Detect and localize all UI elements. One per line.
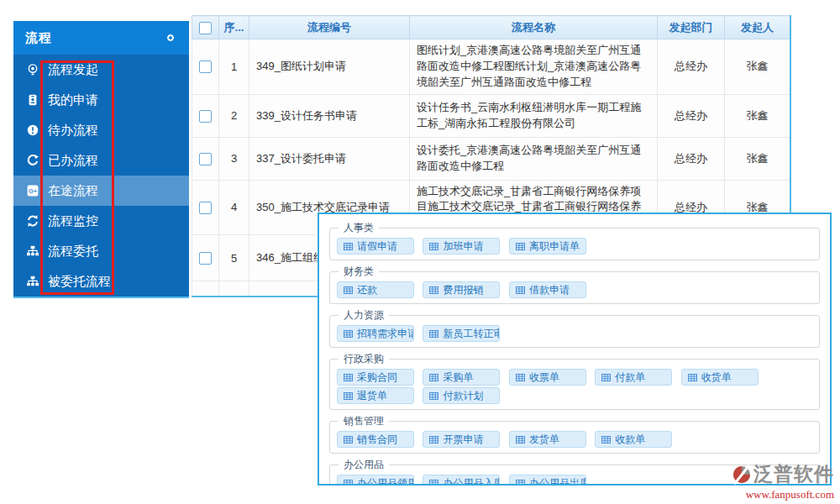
table-row: 3 337_设计委托申请 设计委托_京港澳高速公路粤境韶关至广州互通路面改造中修…: [192, 137, 790, 180]
vendor-logo: 泛普软件 www.fanpusoft.com: [732, 461, 834, 501]
table-icon: [429, 330, 438, 338]
template-button-label: 采购单: [443, 370, 473, 385]
table-icon: [429, 286, 438, 294]
template-button[interactable]: 发货单: [509, 431, 586, 448]
sidebar-item-label: 流程发起: [48, 62, 98, 78]
group-title: 办公用品: [339, 458, 389, 472]
template-button[interactable]: 加班申请: [423, 238, 500, 255]
group-personnel: 人事类 请假申请 加班申请 离职申请单: [329, 221, 820, 260]
sidebar-item-process-start[interactable]: 流程发起: [13, 55, 189, 85]
template-button[interactable]: 办公用品入库: [423, 475, 500, 486]
template-button-label: 开票申请: [443, 433, 483, 447]
template-button-label: 收货单: [701, 370, 732, 385]
sitemap-icon: [25, 244, 39, 258]
template-button-label: 收款单: [615, 433, 645, 447]
cell-code: 337_设计委托申请: [249, 137, 410, 180]
template-button[interactable]: 销售合同: [337, 431, 414, 448]
select-all-checkbox[interactable]: [199, 22, 212, 34]
sidebar-item-done-processes[interactable]: 已办流程: [13, 145, 189, 176]
template-button-label: 新员工转正审批: [443, 327, 500, 341]
cell-code: 349_图纸计划申请: [249, 39, 410, 95]
template-button-label: 办公用品入库: [443, 476, 500, 486]
header-dept: 发起部门: [658, 16, 725, 39]
cell-name: 设计委托_京港澳高速公路粤境韶关至广州互通路面改造中修工程: [410, 137, 658, 180]
row-checkbox[interactable]: [199, 202, 212, 214]
sidebar-item-my-applications[interactable]: 我的申请: [13, 85, 189, 115]
table-icon: [688, 374, 697, 381]
template-button-label: 付款单: [615, 370, 645, 385]
table-icon: [601, 374, 611, 381]
template-button-label: 招聘需求申请: [357, 327, 414, 341]
template-button[interactable]: 采购单: [423, 369, 500, 386]
table-icon: [516, 436, 525, 444]
table-icon: [344, 392, 353, 400]
sidebar-item-in-transit-processes[interactable]: G+ 在途流程: [13, 176, 189, 206]
table-icon: [344, 286, 353, 294]
group-title: 财务类: [339, 265, 379, 279]
table-icon: [429, 243, 438, 250]
sidebar-item-label: 我的申请: [48, 92, 98, 108]
table-icon: [601, 436, 611, 444]
template-button[interactable]: 开票申请: [423, 431, 500, 448]
template-button[interactable]: 借款申请: [509, 281, 586, 298]
row-checkbox[interactable]: [199, 60, 212, 73]
template-button[interactable]: 费用报销: [423, 281, 500, 298]
template-button[interactable]: 离职申请单: [509, 238, 586, 255]
sidebar-item-delegated-processes[interactable]: 被委托流程: [13, 266, 189, 297]
template-button[interactable]: 招聘需求申请: [337, 325, 414, 342]
template-button[interactable]: 收票单: [509, 369, 586, 386]
template-button[interactable]: 还款: [337, 281, 414, 298]
sidebar-item-label: 待办流程: [48, 123, 98, 139]
cell-person: 张鑫: [725, 137, 790, 180]
sidebar-item-process-monitor[interactable]: 流程监控: [13, 206, 189, 236]
sidebar-header: 流程: [13, 21, 189, 55]
row-checkbox[interactable]: [199, 110, 212, 123]
cell-seq: 2: [219, 94, 249, 137]
table-icon: [516, 374, 525, 381]
template-button[interactable]: 请假申请: [337, 238, 414, 255]
template-button-label: 收票单: [529, 370, 559, 385]
group-title: 行政采购: [339, 352, 389, 366]
vendor-url: www.fanpusoft.com: [732, 488, 834, 501]
template-button[interactable]: 办公用品领用: [337, 475, 414, 486]
template-button[interactable]: 办公用品出库: [509, 475, 586, 486]
table-header-row: 序... 流程编号 流程名称 发起部门 发起人: [192, 16, 790, 39]
row-checkbox[interactable]: [199, 153, 212, 165]
sidebar-item-pending-processes[interactable]: 待办流程: [13, 115, 189, 145]
cell-person: 张鑫: [725, 94, 790, 137]
template-button[interactable]: 付款单: [595, 369, 672, 386]
group-finance: 财务类 还款 费用报销 借款申请: [329, 265, 820, 304]
template-button-label: 离职申请单: [529, 239, 580, 254]
cell-seq: 1: [219, 39, 249, 95]
svg-text:G+: G+: [28, 187, 37, 195]
template-button-label: 请假申请: [357, 239, 397, 254]
table-icon: [429, 374, 438, 381]
sidebar-item-process-delegation[interactable]: 流程委托: [13, 236, 189, 266]
id-badge-icon: [25, 93, 39, 107]
table-icon: [344, 330, 353, 338]
template-picker-panel: 人事类 请假申请 加班申请 离职申请单 财务类 还款 费用报销: [318, 213, 832, 486]
cell-name: 设计任务书_云南水利枢纽潜明水库一期工程施工标_湖南永拓工程股份有限公司: [410, 94, 658, 137]
template-button[interactable]: 收货单: [681, 369, 759, 386]
sidebar-item-label: 被委托流程: [48, 274, 111, 290]
row-checkbox[interactable]: [199, 252, 212, 265]
cell-dept: 总经办: [658, 137, 725, 180]
template-button-label: 还款: [357, 283, 377, 297]
template-button[interactable]: 退货单: [337, 387, 414, 404]
gear-icon[interactable]: [164, 31, 177, 45]
template-button[interactable]: 付款计划: [423, 387, 500, 404]
cell-code: 339_设计任务书申请: [249, 94, 410, 137]
template-button-label: 费用报销: [443, 283, 483, 297]
template-button-label: 借款申请: [529, 283, 570, 297]
group-admin-procurement: 行政采购 采购合同 采购单 收票单 付款单 收货单: [329, 352, 820, 410]
template-button[interactable]: 收款单: [595, 431, 672, 448]
template-button[interactable]: 采购合同: [337, 369, 414, 386]
template-button[interactable]: 新员工转正审批: [423, 325, 500, 342]
table-icon: [429, 436, 438, 444]
sidebar-title: 流程: [25, 30, 52, 46]
cell-seq: 4: [219, 180, 249, 235]
table-icon: [344, 243, 353, 250]
sync-icon: [25, 214, 39, 228]
sidebar-item-label: 在途流程: [48, 183, 98, 199]
cell-seq: 6: [219, 281, 249, 297]
